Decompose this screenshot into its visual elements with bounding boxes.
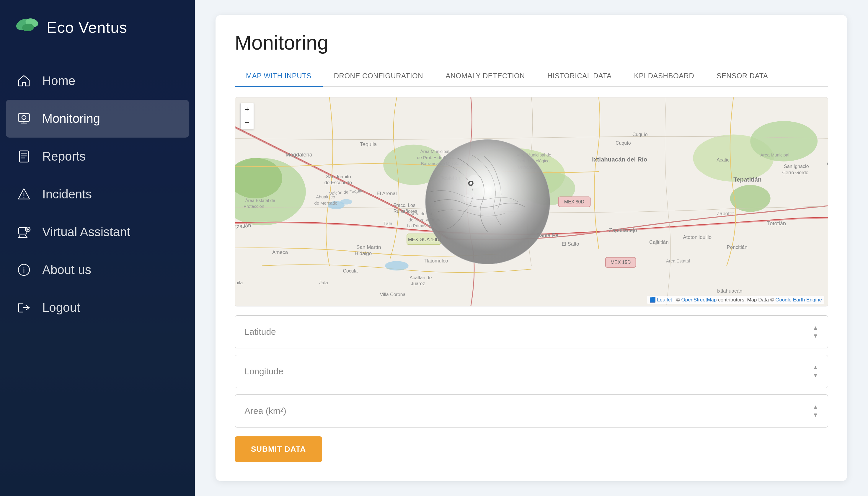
svg-rect-5 — [19, 151, 28, 162]
svg-point-4 — [22, 115, 26, 120]
svg-text:Área Estatal de: Área Estatal de — [245, 198, 275, 203]
sidebar-item-monitoring[interactable]: Monitoring — [6, 100, 189, 138]
sidebar-item-home[interactable]: Home — [0, 62, 195, 100]
svg-text:Cocula: Cocula — [343, 268, 358, 274]
tab-anomaly-detection[interactable]: ANOMALY DETECTION — [434, 66, 536, 87]
svg-text:Área Municipal: Área Municipal — [420, 149, 449, 154]
sidebar: Eco Ventus Home Monitoring — [0, 0, 195, 496]
svg-text:Tepatitlán: Tepatitlán — [733, 176, 761, 183]
svg-text:Guadalupe: Guadalupe — [827, 161, 828, 167]
svg-text:Fracc. Los: Fracc. Los — [393, 203, 415, 208]
logo-area: Eco Ventus — [0, 0, 195, 56]
tab-drone-configuration[interactable]: DRONE CONFIGURATION — [323, 66, 434, 87]
sidebar-item-reports[interactable]: Reports — [0, 138, 195, 175]
about-icon — [16, 262, 32, 278]
svg-text:Ameca: Ameca — [272, 249, 288, 255]
svg-text:MEX 80D: MEX 80D — [564, 199, 584, 204]
svg-text:Capilla de: Capilla de — [827, 156, 828, 160]
map-controls: + − — [240, 103, 254, 129]
about-us-label: About us — [42, 263, 91, 277]
tab-map-with-inputs[interactable]: MAP WITH INPUTS — [235, 66, 323, 87]
gee-link[interactable]: Google Earth Engine — [775, 297, 822, 303]
logout-icon — [16, 300, 32, 315]
map-container[interactable]: MEX GUA 10D MEX 80D MEX 15D Etzatlán Mag… — [235, 97, 828, 307]
zoom-out-button[interactable]: − — [241, 116, 253, 129]
tab-sensor-data[interactable]: SENSOR DATA — [705, 66, 779, 87]
svg-text:MEX 15D: MEX 15D — [610, 260, 631, 265]
svg-text:Acatic: Acatic — [716, 157, 729, 162]
incidents-label: Incidents — [42, 187, 92, 201]
svg-text:El Arenal: El Arenal — [376, 191, 397, 196]
latitude-label: Latitude — [245, 327, 276, 337]
svg-text:Tala: Tala — [383, 221, 393, 227]
incidents-icon — [16, 187, 32, 202]
latitude-input[interactable]: Latitude ▲ ▼ — [235, 315, 828, 348]
svg-text:Ixtlahuacán del Río: Ixtlahuacán del Río — [592, 156, 647, 163]
svg-point-90 — [469, 182, 472, 185]
logo-icon — [15, 16, 41, 38]
svg-text:Tlajomulco: Tlajomulco — [424, 258, 448, 264]
svg-text:El Salto: El Salto — [562, 241, 579, 247]
attribution-separator: | © — [673, 297, 681, 303]
main-content: Monitoring MAP WITH INPUTS DRONE CONFIGU… — [195, 0, 868, 496]
leaflet-link[interactable]: 🟦 Leaflet — [650, 297, 672, 303]
svg-text:Cajititlán: Cajititlán — [649, 239, 669, 245]
svg-text:MEX GUA 10D: MEX GUA 10D — [408, 237, 439, 242]
svg-text:Ixtlahuacán: Ixtlahuacán — [716, 288, 742, 294]
svg-text:San Martín: San Martín — [356, 245, 381, 250]
svg-text:San Juanito: San Juanito — [326, 174, 351, 179]
form-fields: Latitude ▲ ▼ Longitude ▲ ▼ Area (km²) ▲ … — [235, 315, 828, 428]
svg-text:Poncitlán: Poncitlán — [727, 245, 747, 250]
svg-text:Villa Corona: Villa Corona — [380, 292, 406, 297]
tabs-bar: MAP WITH INPUTS DRONE CONFIGURATION ANOM… — [235, 66, 828, 87]
svg-text:Quila: Quila — [235, 280, 243, 285]
svg-text:Protección: Protección — [244, 204, 264, 209]
svg-text:La Primavera: La Primavera — [407, 223, 433, 228]
page-title: Monitoring — [235, 31, 828, 54]
svg-point-26 — [385, 261, 408, 270]
svg-text:Cuquío: Cuquío — [616, 141, 631, 145]
zoom-in-button[interactable]: + — [241, 103, 253, 116]
map-attribution: 🟦 Leaflet | © OpenStreetMap contributors… — [647, 296, 824, 304]
latitude-spinner[interactable]: ▲ ▼ — [812, 324, 818, 339]
svg-point-87 — [495, 185, 501, 191]
svg-text:Magdalena: Magdalena — [286, 152, 313, 158]
nav-menu: Home Monitoring Reports — [0, 56, 195, 496]
svg-text:Tequila: Tequila — [360, 141, 377, 147]
svg-text:Zapotlanejo: Zapotlanejo — [609, 227, 637, 233]
home-label: Home — [42, 74, 75, 88]
svg-text:Hidalgo: Hidalgo — [355, 251, 372, 256]
longitude-input[interactable]: Longitude ▲ ▼ — [235, 355, 828, 388]
sidebar-item-incidents[interactable]: Incidents — [0, 175, 195, 213]
svg-text:de Mercado: de Mercado — [314, 201, 337, 205]
sidebar-item-logout[interactable]: Logout — [0, 289, 195, 327]
map-svg: MEX GUA 10D MEX 80D MEX 15D Etzatlán Mag… — [235, 97, 828, 306]
svg-text:Área Estatal: Área Estatal — [666, 259, 690, 263]
tab-historical-data[interactable]: HISTORICAL DATA — [536, 66, 623, 87]
monitoring-label: Monitoring — [42, 112, 100, 126]
svg-text:Área Municipal: Área Municipal — [760, 153, 789, 157]
monitor-icon — [16, 111, 32, 126]
area-spinner[interactable]: ▲ ▼ — [812, 404, 818, 418]
logo-text: Eco Ventus — [47, 19, 127, 36]
longitude-spinner[interactable]: ▲ ▼ — [812, 364, 818, 379]
reports-icon — [16, 149, 32, 164]
svg-text:Zapotet: Zapotet — [716, 211, 734, 216]
sidebar-item-virtual-assistant[interactable]: Virtual Assistant — [0, 213, 195, 251]
svg-text:Tototlán: Tototlán — [767, 220, 786, 227]
attribution-text: contributors, Map Data © — [718, 297, 775, 303]
area-input[interactable]: Area (km²) ▲ ▼ — [235, 394, 828, 428]
tab-kpi-dashboard[interactable]: KPI DASHBOARD — [623, 66, 705, 87]
svg-text:Ahualulco: Ahualulco — [316, 195, 335, 199]
content-card: Monitoring MAP WITH INPUTS DRONE CONFIGU… — [216, 15, 847, 481]
submit-button[interactable]: SUBMIT DATA — [235, 436, 322, 462]
virtual-assistant-label: Virtual Assistant — [42, 225, 130, 239]
logout-label: Logout — [42, 300, 80, 315]
svg-text:Jala: Jala — [320, 280, 328, 285]
sidebar-item-about-us[interactable]: About us — [0, 251, 195, 289]
svg-point-25 — [340, 199, 352, 204]
osm-link[interactable]: OpenStreetMap — [681, 297, 716, 303]
svg-rect-3 — [18, 114, 30, 121]
svg-text:de Escobedo: de Escobedo — [324, 180, 352, 185]
svg-point-83 — [425, 140, 550, 264]
